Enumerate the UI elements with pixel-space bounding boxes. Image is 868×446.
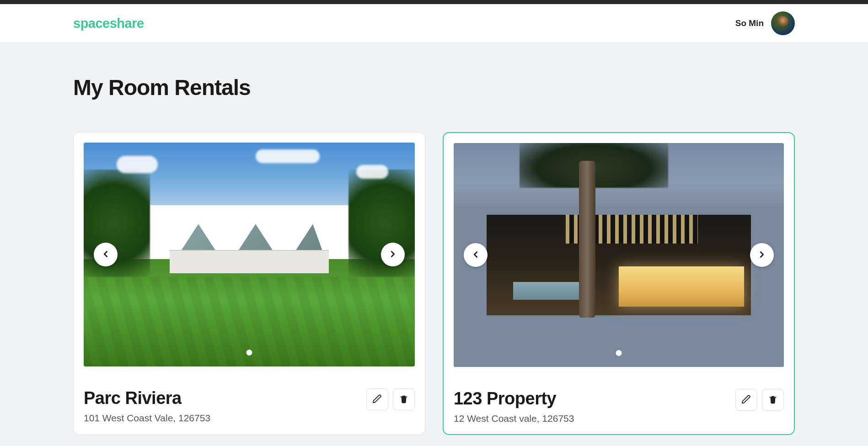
user-display-name: So Min (735, 18, 764, 28)
chevron-left-icon (101, 249, 111, 260)
trash-icon (768, 394, 778, 406)
user-menu[interactable]: So Min (735, 11, 795, 35)
carousel-indicator-dot[interactable] (246, 350, 252, 356)
listing-card: Parc Riviera 101 West Coast Vale, 126753 (73, 132, 425, 435)
delete-button[interactable] (762, 389, 784, 411)
edit-button[interactable] (366, 388, 388, 410)
listing-image-carousel (454, 143, 784, 367)
trash-icon (399, 394, 409, 405)
delete-button[interactable] (393, 388, 415, 410)
listings-grid: Parc Riviera 101 West Coast Vale, 126753 (73, 132, 795, 435)
brand-logo[interactable]: spaceshare (73, 16, 144, 31)
listing-image (454, 143, 784, 367)
carousel-prev-button[interactable] (94, 243, 118, 266)
listing-address: 12 West Coast vale, 126753 (454, 413, 574, 424)
carousel-prev-button[interactable] (464, 243, 488, 267)
carousel-next-button[interactable] (750, 243, 774, 267)
listing-actions (366, 388, 415, 410)
carousel-next-button[interactable] (381, 243, 405, 266)
carousel-indicator-dot[interactable] (616, 350, 622, 356)
listing-info: Parc Riviera 101 West Coast Vale, 126753 (84, 388, 210, 424)
page-title: My Room Rentals (73, 75, 795, 100)
pencil-icon (372, 394, 382, 405)
listing-card: 123 Property 12 West Coast vale, 126753 (443, 132, 795, 435)
main-content: My Room Rentals (0, 43, 868, 435)
listing-title: Parc Riviera (84, 388, 210, 408)
listing-address: 101 West Coast Vale, 126753 (84, 413, 210, 424)
chevron-right-icon (757, 250, 767, 261)
listing-image (84, 143, 415, 366)
edit-button[interactable] (735, 389, 757, 411)
chevron-left-icon (471, 250, 481, 261)
listing-info: 123 Property 12 West Coast vale, 126753 (454, 389, 574, 424)
chevron-right-icon (388, 249, 398, 260)
site-header: spaceshare So Min (0, 4, 868, 43)
listing-actions (735, 389, 784, 411)
avatar[interactable] (771, 11, 795, 35)
pencil-icon (741, 394, 751, 406)
listing-image-carousel (84, 143, 415, 366)
listing-title: 123 Property (454, 389, 574, 409)
browser-top-bar (0, 0, 868, 4)
